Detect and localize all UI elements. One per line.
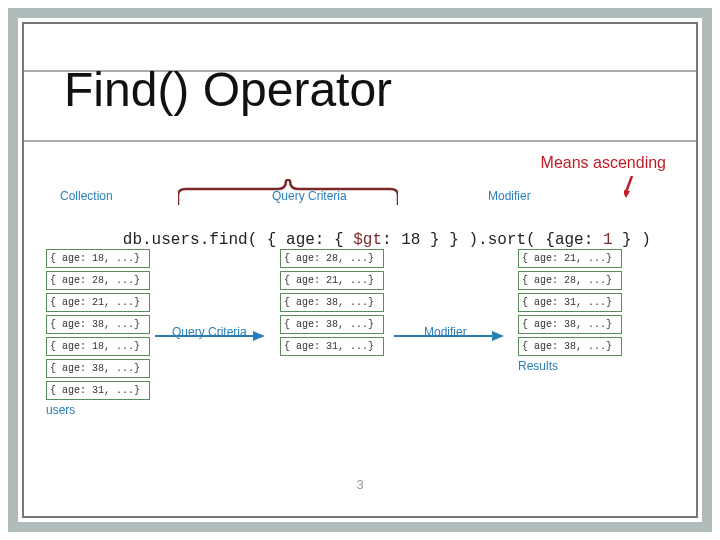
list-item: { age: 38, ...}: [518, 337, 622, 356]
annotation-text: Means ascending: [541, 154, 666, 172]
code-part-3: : 18 } } ).sort( {age:: [382, 231, 603, 249]
slide-inner-border: Find() Operator Means ascending Collecti…: [22, 22, 698, 518]
list-item: { age: 31, ...}: [46, 381, 150, 400]
page-number: 3: [356, 477, 363, 492]
list-item: { age: 21, ...}: [46, 293, 150, 312]
list-item: { age: 38, ...}: [280, 293, 384, 312]
list-item: { age: 38, ...}: [46, 359, 150, 378]
list-item: { age: 38, ...}: [46, 315, 150, 334]
list-item: { age: 31, ...}: [280, 337, 384, 356]
list-item: { age: 18, ...}: [46, 249, 150, 268]
filtered-column: { age: 28, ...} { age: 21, ...} { age: 3…: [280, 249, 384, 359]
label-collection: Collection: [60, 189, 113, 203]
list-item: { age: 38, ...}: [280, 315, 384, 334]
slide-outer-border: Find() Operator Means ascending Collecti…: [8, 8, 712, 532]
list-item: { age: 28, ...}: [280, 249, 384, 268]
users-column-caption: users: [46, 403, 150, 417]
list-item: { age: 31, ...}: [518, 293, 622, 312]
label-modifier-top: Modifier: [488, 189, 531, 203]
code-part-5: } ): [613, 231, 651, 249]
slide-title: Find() Operator: [64, 62, 392, 117]
title-rule-bottom: [24, 140, 696, 142]
flow-label-modifier: Modifier: [424, 325, 467, 339]
code-part-1: db.users.find( { age: {: [123, 231, 353, 249]
source-collection-column: { age: 18, ...} { age: 28, ...} { age: 2…: [46, 249, 150, 417]
list-item: { age: 18, ...}: [46, 337, 150, 356]
code-operator-gt: $gt: [353, 231, 382, 249]
code-sort-direction: 1: [603, 231, 613, 249]
results-column-caption: Results: [518, 359, 622, 373]
svg-marker-5: [492, 331, 504, 341]
criteria-bracket-icon: [178, 179, 398, 205]
list-item: { age: 28, ...}: [46, 271, 150, 290]
svg-marker-3: [253, 331, 265, 341]
diagram-area: Collection Query Criteria Modifier db.us…: [40, 189, 680, 476]
list-item: { age: 21, ...}: [280, 271, 384, 290]
list-item: { age: 38, ...}: [518, 315, 622, 334]
list-item: { age: 28, ...}: [518, 271, 622, 290]
results-column: { age: 21, ...} { age: 28, ...} { age: 3…: [518, 249, 622, 373]
list-item: { age: 21, ...}: [518, 249, 622, 268]
flow-label-criteria: Query Criteria: [172, 325, 247, 339]
